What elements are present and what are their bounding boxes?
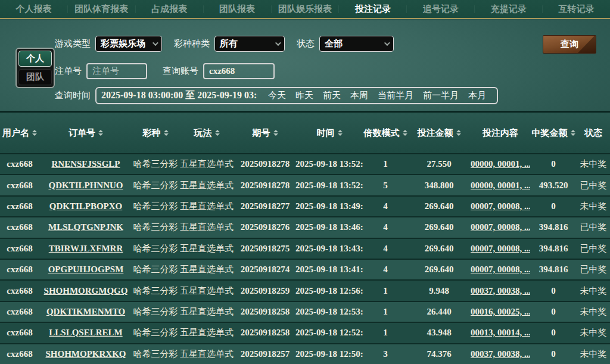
lottery-cell: 哈希三分彩 <box>132 264 179 275</box>
lottery-category-select[interactable]: 所有 <box>214 36 285 52</box>
order-id-link[interactable]: QDKTILPHNNUO <box>39 181 132 191</box>
order-no-input[interactable] <box>86 63 147 79</box>
nav-tab-6[interactable]: 投注记录 <box>339 4 406 15</box>
user-cell: cxz668 <box>0 265 39 275</box>
column-label: 用户名 <box>2 127 29 139</box>
status-select[interactable]: 全部 <box>319 36 394 52</box>
column-label: 时间 <box>317 127 335 139</box>
nav-tab-2[interactable]: 团队体育报表 <box>68 4 135 15</box>
time-cell: 2025-09-18 12:50:06 <box>295 349 363 359</box>
lottery-category-label: 彩种种类 <box>174 38 210 49</box>
column-header-4[interactable]: 玩法 <box>179 127 235 139</box>
quick-range-4[interactable]: 本周 <box>350 90 368 101</box>
column-header-7[interactable]: 倍数模式 <box>363 127 407 139</box>
multiple-cell: 1 <box>363 159 407 169</box>
time-cell: 2025-09-18 13:46:48 <box>295 222 363 232</box>
game-type-select[interactable]: 彩票娱乐场 <box>95 36 162 52</box>
sort-icon[interactable] <box>571 130 575 136</box>
time-cell: 2025-09-18 12:53:26 <box>295 307 363 317</box>
bet-content-link[interactable]: 00000, 00001, ... <box>471 181 530 191</box>
quick-range-2[interactable]: 昨天 <box>295 90 313 101</box>
quick-range-7[interactable]: 本月 <box>468 90 486 101</box>
scope-personal-button[interactable]: 个人 <box>18 51 52 67</box>
bet-content-link[interactable]: 00007, 00008, ... <box>471 222 530 232</box>
order-id-link[interactable]: TBIRWJLXFMRR <box>39 244 132 254</box>
order-id-link[interactable]: QDKTILPBOPXO <box>39 201 132 211</box>
issue-cell: 20250918276 <box>235 222 295 232</box>
nav-tab-7[interactable]: 追号记录 <box>407 4 474 15</box>
order-id-link[interactable]: OPGPUHJOGPSM <box>39 265 132 275</box>
order-id-link[interactable]: MLSLQTGNPJNK <box>39 222 132 232</box>
search-button[interactable]: 查询 <box>543 35 596 54</box>
nav-tab-3[interactable]: 占成报表 <box>136 4 203 15</box>
order-id-link[interactable]: SHOHMOPKRXKQ <box>39 349 132 359</box>
bet-content-link[interactable]: 00016, 00025, ... <box>471 307 530 317</box>
time-label: 查询时间 <box>55 90 91 101</box>
issue-cell: 20250918258 <box>235 307 295 317</box>
multiple-cell: 3 <box>363 349 407 359</box>
win-amount-cell: 493.520 <box>530 181 577 191</box>
column-header-11[interactable]: 状态 <box>577 127 610 139</box>
win-amount-cell: 0 <box>530 201 577 211</box>
status-cell: 未中奖 <box>577 285 610 297</box>
bet-amount-cell: 348.800 <box>407 181 471 191</box>
play-cell: 五星直选单式 <box>179 180 235 191</box>
column-header-3[interactable]: 彩种 <box>132 127 179 139</box>
nav-tab-8[interactable]: 充提记录 <box>475 4 542 15</box>
nav-tab-4[interactable]: 团队报表 <box>204 4 271 15</box>
column-header-5[interactable]: 期号 <box>235 127 295 139</box>
bet-content-link[interactable]: 00007, 00008, ... <box>471 201 530 211</box>
bet-amount-cell: 269.640 <box>407 265 471 275</box>
user-cell: cxz668 <box>0 244 39 254</box>
bet-content-link[interactable]: 00037, 00038, ... <box>471 286 530 296</box>
column-header-8[interactable]: 投注金额 <box>407 127 471 139</box>
sort-icon[interactable] <box>164 130 169 136</box>
quick-range-3[interactable]: 前天 <box>323 90 341 101</box>
nav-separator <box>474 5 475 13</box>
order-id-link[interactable]: SHOHMORGMQGQ <box>39 286 132 296</box>
order-id-link[interactable]: QDKTIKMENMTO <box>39 307 132 317</box>
quick-range-6[interactable]: 前一半月 <box>423 90 459 101</box>
status-cell: 未中奖 <box>577 327 610 338</box>
bet-content-link[interactable]: 00000, 00001, ... <box>471 159 530 169</box>
multiple-cell: 4 <box>363 244 407 254</box>
win-amount-cell: 394.816 <box>530 244 577 254</box>
nav-separator <box>542 5 543 13</box>
quick-range-5[interactable]: 当前半月 <box>378 90 413 101</box>
sort-icon[interactable] <box>32 130 37 136</box>
sort-icon[interactable] <box>338 130 343 136</box>
user-cell: cxz668 <box>0 286 39 296</box>
column-header-1[interactable]: 用户名 <box>0 127 39 139</box>
column-label: 玩法 <box>194 127 212 139</box>
column-header-9[interactable]: 投注内容 <box>471 127 530 139</box>
account-input[interactable] <box>203 63 275 79</box>
sort-icon[interactable] <box>403 130 407 136</box>
bet-content-link[interactable]: 00037, 00038, ... <box>471 349 530 359</box>
time-cell: 2025-09-18 13:41:08 <box>295 265 363 275</box>
scope-team-button[interactable]: 团队 <box>18 69 52 85</box>
bet-content-link[interactable]: 00007, 00008, ... <box>471 265 530 275</box>
nav-tab-5[interactable]: 团队娱乐报表 <box>272 4 339 15</box>
order-id-link[interactable]: RNENSFJSSGLP <box>39 159 132 169</box>
time-range-input[interactable]: 2025-09-18 03:00:00 至 2025-09-19 03:00:0 <box>101 89 257 102</box>
issue-cell: 20250918274 <box>235 265 295 275</box>
sort-icon[interactable] <box>273 130 278 136</box>
table-row: cxz668QDKTILPHNNUO哈希三分彩五星直选单式20250918278… <box>0 174 610 195</box>
nav-tab-9[interactable]: 互转记录 <box>543 4 610 15</box>
status-value: 全部 <box>325 38 343 49</box>
sort-icon[interactable] <box>215 130 220 136</box>
column-header-10[interactable]: 中奖金额 <box>530 127 577 139</box>
order-id-link[interactable]: LLSLQSELRELM <box>39 328 132 338</box>
sort-icon[interactable] <box>456 130 461 136</box>
nav-separator <box>406 5 407 13</box>
column-header-2[interactable]: 订单号 <box>39 127 132 139</box>
column-header-6[interactable]: 时间 <box>295 127 363 139</box>
user-cell: cxz668 <box>0 328 39 338</box>
bet-amount-cell: 269.640 <box>407 222 471 232</box>
lottery-cell: 哈希三分彩 <box>132 243 179 254</box>
bet-content-link[interactable]: 00013, 00014, ... <box>471 328 530 338</box>
sort-icon[interactable] <box>98 130 103 136</box>
quick-range-1[interactable]: 今天 <box>268 90 286 101</box>
bet-content-link[interactable]: 00007, 00008, ... <box>471 244 530 254</box>
nav-tab-1[interactable]: 个人报表 <box>0 4 67 15</box>
